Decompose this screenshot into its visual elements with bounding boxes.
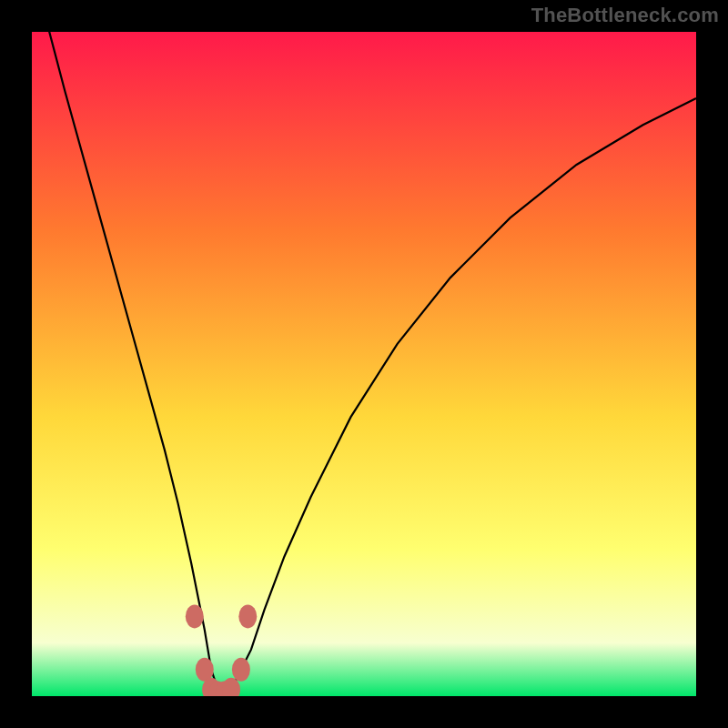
curve-marker — [238, 604, 257, 628]
chart-frame: TheBottleneck.com — [0, 0, 728, 728]
gradient-background — [32, 32, 696, 696]
curve-marker — [232, 658, 250, 682]
bottleneck-chart — [32, 32, 696, 696]
plot-area — [32, 32, 696, 696]
watermark-text: TheBottleneck.com — [531, 4, 719, 27]
curve-marker — [186, 604, 204, 628]
